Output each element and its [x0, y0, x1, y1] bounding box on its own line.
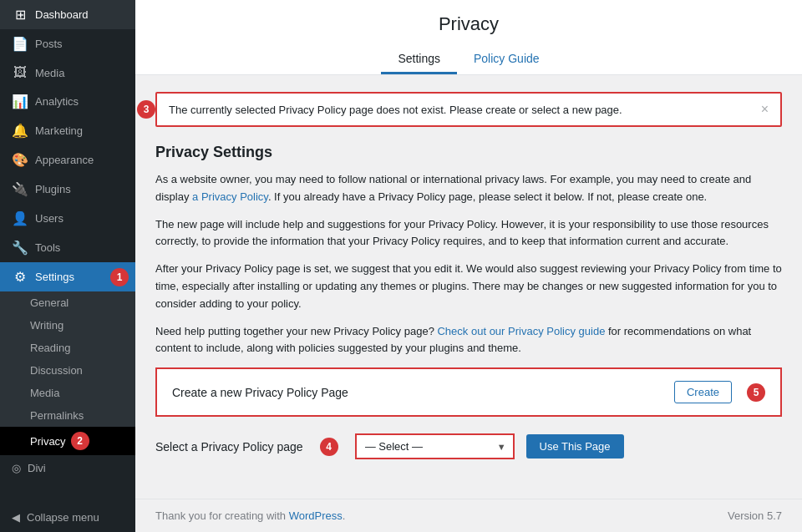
- sidebar-settings-label: Settings: [35, 271, 74, 283]
- use-this-page-button[interactable]: Use This Page: [526, 434, 624, 459]
- sidebar-item-tools[interactable]: 🔧 Tools: [0, 233, 135, 262]
- appearance-icon: 🎨: [12, 152, 28, 168]
- analytics-icon: 📊: [12, 94, 28, 109]
- page-header: Privacy Settings Policy Guide: [135, 0, 802, 75]
- settings-para-2: The new page will include help and sugge…: [155, 216, 782, 251]
- submenu-discussion[interactable]: Discussion: [0, 359, 135, 382]
- sidebar-posts-label: Posts: [35, 38, 63, 50]
- select-wrapper: — Select — ▼: [355, 433, 515, 459]
- sidebar-tools-label: Tools: [35, 241, 60, 254]
- collapse-label: Collapse menu: [27, 511, 99, 524]
- chevron-down-icon: ▼: [490, 442, 513, 452]
- page-footer: Thank you for creating with WordPress. V…: [135, 499, 802, 532]
- wordpress-link[interactable]: WordPress: [289, 509, 343, 522]
- sidebar-item-media[interactable]: 🖼 Media: [0, 58, 135, 87]
- create-section: Create a new Privacy Policy Page Create …: [155, 367, 782, 417]
- sidebar-item-appearance[interactable]: 🎨 Appearance: [0, 145, 135, 175]
- sidebar-dashboard-label: Dashboard: [35, 8, 89, 21]
- annotation-3: 3: [137, 100, 155, 119]
- annotation-4: 4: [320, 438, 338, 456]
- alert-text: The currently selected Privacy Policy pa…: [169, 104, 622, 116]
- sidebar-users-label: Users: [35, 212, 63, 225]
- sidebar-item-users[interactable]: 👤 Users: [0, 204, 135, 233]
- submenu-writing[interactable]: Writing: [0, 314, 135, 337]
- settings-para-1: As a website owner, you may need to foll…: [155, 171, 782, 206]
- submenu-general[interactable]: General: [0, 291, 135, 314]
- alert-close-button[interactable]: ×: [761, 102, 769, 117]
- select-section: Select a Privacy Policy page 4 — Select …: [155, 433, 782, 459]
- sidebar-item-divi[interactable]: ◎ Divi: [0, 455, 135, 481]
- sidebar-divi-label: Divi: [28, 462, 46, 474]
- collapse-menu-button[interactable]: ◀ Collapse menu: [0, 503, 135, 532]
- content-area: The currently selected Privacy Policy pa…: [135, 75, 802, 499]
- dashboard-icon: ⊞: [12, 7, 28, 23]
- sidebar-appearance-label: Appearance: [35, 154, 94, 166]
- settings-submenu: General Writing Reading Discussion Media…: [0, 291, 135, 455]
- submenu-media[interactable]: Media: [0, 382, 135, 404]
- sidebar: ⊞ Dashboard 📄 Posts 🖼 Media 📊 Analytics …: [0, 0, 135, 532]
- annotation-2: 2: [71, 432, 89, 450]
- users-icon: 👤: [12, 210, 28, 226]
- collapse-icon: ◀: [12, 511, 20, 524]
- tabs: Settings Policy Guide: [135, 45, 802, 74]
- plugins-icon: 🔌: [12, 181, 28, 197]
- sidebar-analytics-label: Analytics: [35, 95, 79, 108]
- divi-icon: ◎: [12, 462, 21, 474]
- tab-policy-guide[interactable]: Policy Guide: [457, 45, 556, 74]
- sidebar-item-marketing[interactable]: 🔔 Marketing: [0, 116, 135, 145]
- submenu-reading[interactable]: Reading: [0, 337, 135, 359]
- annotation-1: 1: [110, 268, 129, 286]
- select-section-label: Select a Privacy Policy page: [155, 440, 303, 453]
- submenu-permalinks[interactable]: Permalinks: [0, 404, 135, 427]
- sidebar-item-dashboard[interactable]: ⊞ Dashboard: [0, 0, 135, 29]
- settings-para-3: After your Privacy Policy page is set, w…: [155, 261, 782, 312]
- submenu-privacy[interactable]: Privacy 2: [0, 427, 135, 455]
- settings-icon: ⚙: [12, 269, 28, 285]
- tools-icon: 🔧: [12, 240, 28, 256]
- sidebar-item-plugins[interactable]: 🔌 Plugins: [0, 175, 135, 204]
- create-button[interactable]: Create: [674, 381, 732, 403]
- privacy-page-select[interactable]: — Select —: [357, 435, 490, 458]
- settings-heading: Privacy Settings: [155, 144, 782, 161]
- page-title: Privacy: [135, 13, 802, 35]
- media-icon: 🖼: [12, 65, 28, 80]
- main-content: Privacy Settings Policy Guide The curren…: [135, 0, 802, 532]
- settings-para-4: Need help putting together your new Priv…: [155, 323, 782, 358]
- version-text: Version 5.7: [728, 509, 782, 522]
- sidebar-item-settings[interactable]: ⚙ Settings 1: [0, 262, 135, 291]
- policy-guide-link[interactable]: Check out our Privacy Policy guide: [437, 325, 605, 337]
- footer-text: Thank you for creating with WordPress.: [155, 509, 345, 522]
- sidebar-plugins-label: Plugins: [35, 183, 71, 195]
- posts-icon: 📄: [12, 36, 28, 52]
- sidebar-item-analytics[interactable]: 📊 Analytics: [0, 87, 135, 116]
- privacy-policy-link-1[interactable]: a Privacy Policy: [192, 190, 268, 203]
- marketing-icon: 🔔: [12, 123, 28, 139]
- sidebar-item-posts[interactable]: 📄 Posts: [0, 29, 135, 58]
- alert-box: The currently selected Privacy Policy pa…: [155, 92, 782, 127]
- annotation-5: 5: [747, 383, 765, 402]
- create-section-label: Create a new Privacy Policy Page: [172, 386, 662, 399]
- tab-settings[interactable]: Settings: [381, 45, 457, 74]
- sidebar-media-label: Media: [35, 67, 64, 79]
- sidebar-marketing-label: Marketing: [35, 124, 83, 137]
